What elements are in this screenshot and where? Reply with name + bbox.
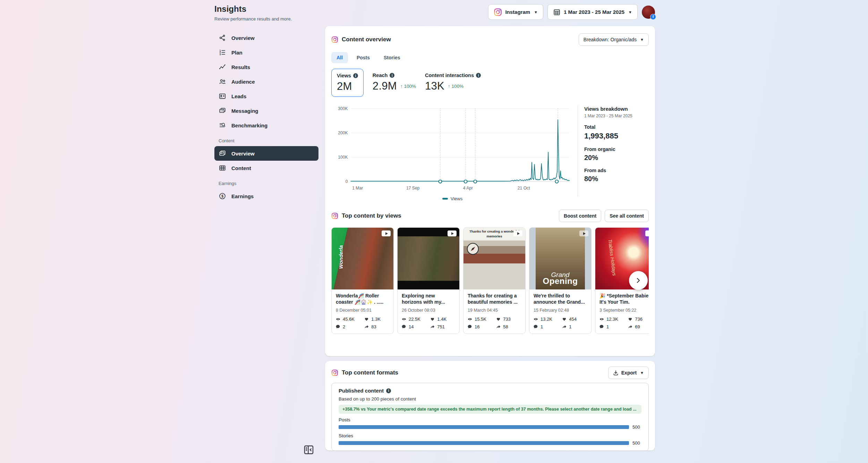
- content-title: Thanks for creating a beautiful memories…: [468, 293, 521, 305]
- posts-bar: [339, 425, 629, 429]
- share-icon: [364, 325, 369, 329]
- breakdown-title: Views breakdown: [584, 106, 649, 112]
- dollar-circle-icon: $: [219, 192, 226, 200]
- facebook-badge-icon: f: [650, 14, 656, 20]
- page-title: Insights: [214, 4, 292, 14]
- sidebar-item-label: Benchmarking: [231, 123, 267, 128]
- share-icon: [628, 325, 632, 329]
- sidebar-item-earnings[interactable]: $ Earnings: [214, 189, 318, 203]
- video-play-icon: [645, 230, 649, 236]
- sidebar-item-content-overview[interactable]: Overview: [214, 146, 318, 161]
- boost-content-button[interactable]: Boost content: [559, 210, 601, 222]
- line-chart-icon: [219, 63, 226, 71]
- content-title: 🎉 *September Babies, It's Your Tim.: [599, 293, 649, 305]
- metric-content-interactions[interactable]: Content interactionsi 13K ↑ 100%: [425, 69, 481, 96]
- organic-label: From organic: [584, 146, 649, 152]
- comment-icon: [534, 325, 538, 329]
- bar-label-stories: Stories: [339, 433, 641, 438]
- sidebar-item-label: Overview: [231, 151, 255, 157]
- views-breakdown-panel: Views breakdown 1 Mar 2023 - 25 Mar 2025…: [580, 104, 649, 201]
- comments-stat: 1: [599, 324, 628, 329]
- instagram-icon: [494, 8, 502, 16]
- stories-bar: [339, 441, 629, 445]
- organic-value: 20%: [584, 154, 649, 162]
- views-stat: 13.2K: [534, 317, 562, 322]
- contact-card-icon: [219, 92, 226, 100]
- svg-text:21 Oct: 21 Oct: [518, 186, 530, 191]
- sidebar-item-leads[interactable]: Leads: [214, 89, 318, 103]
- comment-icon: [599, 325, 604, 329]
- views-stat: 12.3K: [599, 317, 628, 322]
- top-content-header: Top content by views Boost content See a…: [331, 210, 649, 222]
- svg-text:100K: 100K: [338, 155, 348, 160]
- sidebar-item-audience[interactable]: Audience: [214, 74, 318, 89]
- account-switcher-button[interactable]: Instagram ▼: [488, 4, 543, 20]
- metric-reach[interactable]: Reachi 2.9M ↑ 100%: [373, 69, 416, 96]
- metric-change: ↑ 100%: [448, 84, 463, 89]
- chevron-down-icon: ▼: [640, 37, 644, 42]
- likes-stat: 733: [496, 317, 521, 322]
- posts-bar-group: Posts 500: [339, 417, 641, 430]
- likes-stat: 1.3K: [364, 317, 389, 322]
- content-card-1[interactable]: Wonderla Wonderla🎢 Roller coaster 🎢🎡✨ . …: [331, 227, 394, 334]
- published-content-label: Published content: [339, 388, 384, 394]
- chevron-down-icon: ▼: [628, 10, 632, 14]
- content-title: Wonderla🎢 Roller coaster 🎢🎡✨ . .....: [336, 293, 389, 305]
- breakdown-dropdown[interactable]: Breakdown: Organic/ads ▼: [579, 33, 649, 46]
- comparison-notice: +358.7% vs Your metric's compared date r…: [339, 405, 641, 414]
- tab-posts[interactable]: Posts: [351, 52, 375, 63]
- tab-all[interactable]: All: [331, 52, 348, 63]
- published-content-box: Published content i Based on up to 200 p…: [331, 383, 649, 451]
- info-icon[interactable]: i: [386, 388, 391, 393]
- collapse-sidebar-button[interactable]: [303, 444, 315, 456]
- top-content-carousel: Wonderla Wonderla🎢 Roller coaster 🎢🎡✨ . …: [331, 227, 649, 334]
- info-icon[interactable]: i: [390, 73, 394, 78]
- content-card-2[interactable]: Exploring new horizons with my... 26 Oct…: [397, 227, 460, 334]
- download-icon: [613, 370, 619, 376]
- sidebar-item-messaging[interactable]: Messaging: [214, 103, 318, 118]
- info-icon[interactable]: i: [353, 73, 358, 78]
- comments-stat: 2: [336, 324, 364, 329]
- eye-icon: [468, 317, 472, 321]
- metric-views[interactable]: Viewsi 2M: [331, 69, 364, 97]
- eye-icon: [599, 317, 604, 321]
- instagram-icon: [331, 212, 338, 219]
- sidebar-item-content[interactable]: Earnings Content: [214, 161, 318, 175]
- date-range-picker[interactable]: 1 Mar 2023 - 25 Mar 2025 ▼: [547, 4, 638, 20]
- avatar[interactable]: f: [642, 6, 655, 19]
- sidebar-item-results[interactable]: Results: [214, 60, 318, 74]
- metric-label: Content interactions: [425, 73, 474, 78]
- sidebar-item-plan[interactable]: 123 Plan: [214, 45, 318, 60]
- svg-text:0: 0: [346, 179, 348, 184]
- chat-cards-icon: [219, 107, 226, 115]
- sidebar-section-earnings: Earnings: [214, 175, 318, 189]
- content-card-3[interactable]: Thanks for creating a wonderful memories…: [463, 227, 526, 334]
- stories-bar-group: Stories 500: [339, 433, 641, 446]
- content-overview-card: Content overview Breakdown: Organic/ads …: [325, 26, 655, 356]
- top-formats-header: Top content formats Export ▼: [331, 367, 649, 379]
- comment-icon: [336, 325, 340, 329]
- svg-text:300K: 300K: [338, 106, 348, 111]
- thumbnail-overlay-text: Trabliss Holidays: [606, 232, 618, 284]
- see-all-content-button[interactable]: See all content: [605, 210, 649, 222]
- insights-page: Insights Review performance results and …: [0, 0, 868, 463]
- tab-stories[interactable]: Stories: [378, 52, 405, 63]
- content-overview-header: Content overview Breakdown: Organic/ads …: [331, 33, 649, 46]
- collapse-panel-icon: [303, 444, 315, 456]
- content-title: Exploring new horizons with my...: [402, 293, 455, 305]
- svg-text:3: 3: [220, 53, 221, 56]
- search-list-icon: [219, 121, 226, 129]
- export-button[interactable]: Export ▼: [608, 367, 649, 379]
- views-stat: 22.5K: [402, 317, 430, 322]
- content-tabs: All Posts Stories: [331, 52, 649, 63]
- views-line-chart[interactable]: 0100K200K300K1 Mar17 Sep4 Apr21 Oct: [331, 104, 573, 195]
- sidebar-item-overview[interactable]: Overview: [214, 31, 318, 45]
- carousel-next-button[interactable]: [629, 271, 648, 290]
- sidebar-item-benchmarking[interactable]: Benchmarking: [214, 118, 318, 133]
- svg-text:1 Mar: 1 Mar: [352, 186, 363, 191]
- legend-swatch-views: [442, 198, 448, 200]
- shares-stat: 69: [628, 324, 649, 329]
- content-card-4[interactable]: Grand Opening We're thrilled to announce…: [529, 227, 592, 334]
- info-icon[interactable]: i: [476, 73, 481, 78]
- chevron-right-icon: [635, 277, 642, 284]
